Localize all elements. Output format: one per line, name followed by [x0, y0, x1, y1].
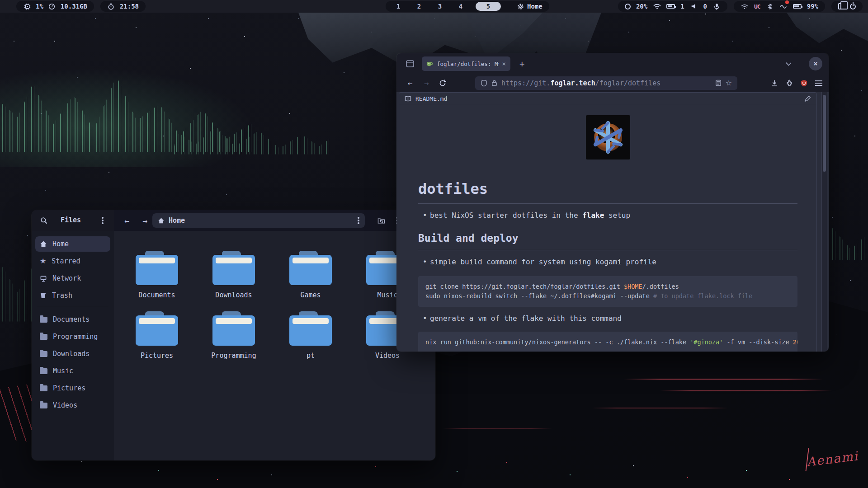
clock-time: 21:58 [120, 3, 139, 10]
scrollbar-thumb[interactable] [823, 95, 826, 172]
folder-icon [40, 351, 47, 357]
desktop: Aenami 1% 10.31GB [0, 0, 868, 488]
sidebar-label: Videos [53, 401, 77, 409]
url-text[interactable]: https://git.foglar.tech/foglar/dotfiles [501, 79, 660, 87]
home-icon [40, 240, 47, 248]
nav-forward-button[interactable]: → [419, 76, 434, 90]
sidebar-item-programming[interactable]: Programming [35, 329, 110, 344]
volume-value: 0 [703, 3, 707, 10]
url-bar[interactable]: https://git.foglar.tech/foglar/dotfiles … [475, 76, 737, 90]
sidebar-item-pictures[interactable]: Pictures [35, 380, 110, 396]
sidebar-item-starred[interactable]: ★ Starred [35, 253, 110, 269]
extension-icon[interactable] [786, 80, 793, 87]
folder-label: Documents [138, 291, 175, 299]
battery-tray-icon [793, 4, 802, 9]
clipboard-icon[interactable] [838, 3, 844, 9]
folder-icon [40, 368, 47, 374]
workspace-2[interactable]: 2 [413, 3, 425, 10]
memory-usage: 10.31GB [61, 3, 87, 10]
folder-item-pt[interactable]: pt [272, 311, 349, 372]
sidebar-item-music[interactable]: Music [35, 363, 110, 379]
browser-tab[interactable]: foglar/dotfiles: My × [422, 56, 510, 71]
power-icon[interactable] [850, 4, 856, 9]
clock-icon [107, 2, 115, 10]
workspace-switcher: 1 2 3 4 5 Home [386, 1, 549, 12]
network-tray-icon[interactable] [741, 2, 749, 10]
brightness-value: 20% [636, 3, 647, 10]
search-button[interactable] [37, 214, 51, 227]
folder-item-programming[interactable]: Programming [195, 311, 272, 372]
workspace-5-active[interactable]: 5 [476, 2, 501, 11]
path-bar[interactable]: Home [152, 213, 365, 228]
ublock-origin-icon[interactable] [801, 80, 807, 87]
code-block-vm: nix run github:nix-community/nixos-gener… [418, 332, 797, 352]
readme-bullet: simple build command for system using ko… [418, 257, 797, 267]
workspace-3[interactable]: 3 [434, 3, 446, 10]
sidebar-item-downloads[interactable]: Downloads [35, 346, 110, 361]
folder-item-documents[interactable]: Documents [118, 251, 195, 311]
lock-icon [491, 80, 497, 86]
nav-back-button[interactable]: ← [403, 76, 417, 90]
tab-close-button[interactable]: × [502, 60, 506, 67]
page-content: README.md [396, 92, 829, 352]
tray-app-icon[interactable]: UC [754, 3, 760, 10]
scrollbar[interactable] [821, 92, 827, 352]
folder-icon [136, 311, 178, 346]
path-menu-icon[interactable] [358, 220, 359, 221]
search-icon [40, 217, 47, 224]
sidebar-item-trash[interactable]: Trash [35, 288, 110, 303]
sidebar-label: Trash [52, 291, 72, 300]
app-menu-button[interactable] [96, 214, 109, 227]
folder-label: Games [300, 291, 321, 299]
readme-title: dotfiles [418, 180, 797, 197]
readme-bullet: best NixOS starter dotfiles in the flake… [418, 211, 797, 221]
code-line: sudo nixos-rebuild switch --flake ~/.dot… [425, 291, 790, 301]
sidebar-item-home[interactable]: Home [35, 236, 110, 252]
reader-mode-icon[interactable] [715, 80, 722, 86]
bookmark-star-icon[interactable]: ☆ [726, 79, 732, 87]
search-folder-button[interactable] [374, 214, 388, 227]
system-tray: UC 99% [734, 1, 825, 12]
folder-item-downloads[interactable]: Downloads [195, 251, 272, 311]
sidebar-label: Pictures [53, 384, 85, 392]
kebab-icon [102, 220, 104, 221]
tab-list-chevron-icon[interactable] [786, 60, 792, 66]
reload-button[interactable] [435, 76, 450, 90]
sidebar-item-videos[interactable]: Videos [35, 398, 110, 413]
workspace-4[interactable]: 4 [455, 3, 467, 10]
navigation-bar: ← → https://git.foglar.tech/foglar/dotfi… [396, 74, 829, 92]
folder-item-pictures[interactable]: Pictures [118, 311, 195, 372]
folder-icon [289, 311, 332, 346]
workspace-1[interactable]: 1 [392, 3, 404, 10]
firefox-view-icon[interactable] [406, 60, 415, 68]
sidebar-item-documents[interactable]: Documents [35, 312, 110, 327]
reload-icon [439, 80, 446, 87]
readme-body: dotfiles best NixOS starter dotfiles in … [399, 105, 816, 352]
folder-icon [40, 385, 47, 391]
battery-percent: 99% [807, 3, 818, 10]
sidebar-label: Documents [53, 315, 90, 324]
downloads-icon[interactable] [771, 80, 778, 87]
cpu-icon [23, 2, 31, 10]
folder-search-icon [377, 217, 385, 224]
menu-button[interactable] [815, 83, 822, 84]
folder-item-games[interactable]: Games [272, 251, 349, 311]
files-titlebar[interactable]: Files ← → Home [32, 210, 435, 231]
sidebar-item-network[interactable]: Network [35, 271, 110, 286]
tracking-shield-icon[interactable] [481, 80, 487, 87]
nixos-logo [586, 115, 630, 160]
edit-pencil-icon[interactable] [804, 95, 811, 102]
forward-button[interactable]: → [138, 214, 152, 227]
folder-icon [212, 311, 255, 346]
session-pill [831, 1, 863, 12]
bluetooth-icon[interactable] [766, 2, 774, 10]
current-location: Home [169, 216, 185, 225]
new-tab-button[interactable]: + [519, 59, 524, 69]
notification-tray-icon[interactable] [779, 2, 788, 10]
gear-icon [516, 2, 524, 10]
brightness-icon [625, 4, 631, 9]
back-button[interactable]: ← [120, 214, 134, 227]
tab-bar: foglar/dotfiles: My × + × [396, 53, 829, 74]
window-close-button[interactable]: × [809, 57, 822, 70]
status-pill: 20% 1 0 [618, 1, 727, 12]
